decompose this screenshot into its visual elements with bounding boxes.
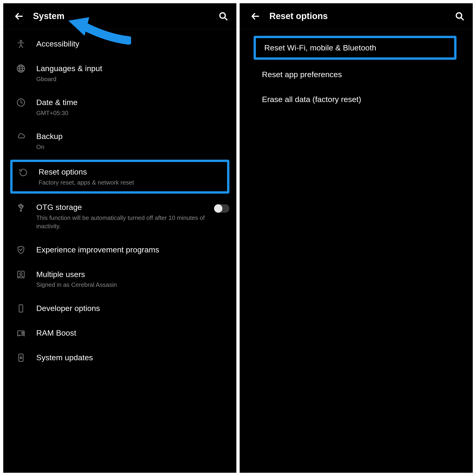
phone-icon	[14, 303, 27, 313]
item-experience-programs[interactable]: Experience improvement programs	[3, 238, 236, 262]
item-accessibility[interactable]: Accessibility	[3, 32, 236, 56]
item-languages-input[interactable]: Languages & input Gboard	[3, 56, 236, 90]
reset-list: Reset Wi-Fi, mobile & Bluetooth Reset ap…	[240, 29, 473, 473]
item-multiple-users[interactable]: Multiple users Signed in as Cerebral Ass…	[3, 262, 236, 296]
otg-toggle[interactable]	[214, 204, 229, 213]
item-title: RAM Boost	[36, 328, 229, 339]
svg-point-31	[456, 13, 462, 18]
item-subtitle: Gboard	[36, 75, 229, 83]
usb-icon	[14, 202, 27, 212]
item-title: Developer options	[36, 303, 229, 314]
svg-point-20	[20, 273, 22, 275]
system-settings-panel: System Accessibility Languages & input G…	[3, 3, 236, 473]
svg-rect-21	[19, 305, 23, 312]
item-title: Date & time	[36, 97, 229, 108]
toggle-knob	[214, 204, 222, 213]
svg-rect-17	[22, 205, 23, 207]
user-icon	[14, 269, 27, 279]
svg-line-2	[224, 17, 227, 20]
accessibility-icon	[14, 39, 27, 48]
page-title: System	[33, 11, 219, 21]
item-reset-options[interactable]: Reset options Factory reset, apps & netw…	[17, 167, 227, 187]
item-erase-all-data[interactable]: Erase all data (factory reset)	[240, 87, 473, 112]
svg-point-16	[20, 210, 22, 211]
item-title: Languages & input	[36, 63, 229, 74]
update-icon	[14, 352, 27, 362]
item-subtitle: Signed in as Cerebral Assasin	[36, 281, 229, 289]
item-backup[interactable]: Backup On	[3, 124, 236, 158]
item-reset-wifi-mobile-bluetooth[interactable]: Reset Wi-Fi, mobile & Bluetooth	[264, 43, 449, 52]
svg-line-8	[21, 45, 23, 48]
item-otg-storage[interactable]: OTG storage This function will be automa…	[3, 195, 236, 238]
search-icon[interactable]	[219, 12, 228, 21]
item-title: Multiple users	[36, 269, 229, 280]
item-title: Experience improvement programs	[36, 244, 229, 255]
item-subtitle: GMT+05:30	[36, 109, 229, 117]
highlight-reset-wifi: Reset Wi-Fi, mobile & Bluetooth	[254, 36, 457, 60]
reset-icon	[17, 167, 30, 177]
svg-rect-22	[18, 331, 24, 335]
page-title: Reset options	[269, 11, 455, 21]
svg-line-32	[461, 17, 464, 20]
item-title: System updates	[36, 352, 229, 363]
item-subtitle: Factory reset, apps & network reset	[39, 178, 227, 187]
settings-list: Accessibility Languages & input Gboard D…	[3, 29, 236, 473]
item-title: OTG storage	[36, 202, 209, 213]
item-date-time[interactable]: Date & time GMT+05:30	[3, 90, 236, 124]
search-icon[interactable]	[455, 12, 464, 21]
svg-point-4	[20, 40, 22, 42]
back-icon[interactable]	[14, 12, 24, 21]
item-reset-app-preferences[interactable]: Reset app preferences	[240, 62, 473, 87]
svg-point-18	[18, 205, 20, 206]
back-icon[interactable]	[251, 12, 260, 21]
item-title: Backup	[36, 131, 229, 142]
item-title: Reset options	[39, 167, 227, 177]
svg-line-7	[19, 45, 21, 48]
header-bar: Reset options	[240, 3, 473, 29]
svg-point-1	[220, 13, 225, 18]
highlight-reset-options: Reset options Factory reset, apps & netw…	[10, 160, 229, 194]
reset-options-panel: Reset options Reset Wi-Fi, mobile & Blue…	[240, 3, 473, 473]
item-system-updates[interactable]: System updates	[3, 345, 236, 370]
item-subtitle: On	[36, 143, 229, 151]
cloud-icon	[14, 131, 27, 141]
shield-check-icon	[14, 244, 27, 254]
clock-icon	[14, 97, 27, 107]
item-subtitle: This function will be automatically turn…	[36, 214, 209, 231]
item-developer-options[interactable]: Developer options	[3, 296, 236, 321]
item-title: Accessibility	[36, 39, 229, 49]
globe-icon	[14, 63, 27, 73]
ram-boost-icon	[14, 328, 27, 338]
header-bar: System	[3, 3, 236, 29]
item-ram-boost[interactable]: RAM Boost	[3, 321, 236, 345]
